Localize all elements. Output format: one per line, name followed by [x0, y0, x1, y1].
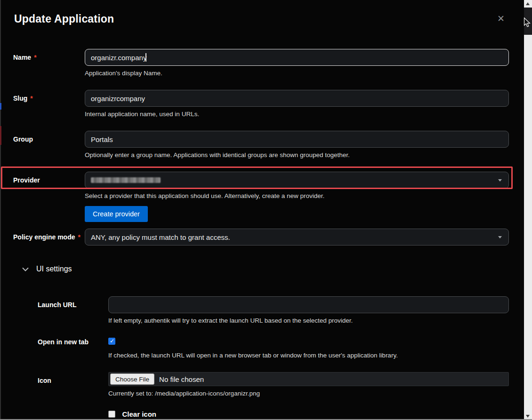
chevron-down-icon: [498, 236, 502, 238]
modal-title: Update Application: [14, 11, 524, 26]
icon-file-input[interactable]: Choose File No file chosen: [108, 372, 509, 386]
open-in-new-tab-label: Open in new tab: [38, 338, 89, 346]
slug-field-row: Slug* Internal application name, used in…: [1, 90, 524, 119]
provider-help-text: Select a provider that this application …: [85, 192, 509, 200]
policy-required-asterisk: *: [78, 233, 80, 241]
provider-field-row: Provider Select a provider that this app…: [1, 172, 524, 222]
ui-settings-label: UI settings: [36, 265, 72, 273]
choose-file-button[interactable]: Choose File: [110, 373, 154, 385]
launch-url-input[interactable]: [108, 296, 509, 313]
group-field-row: Group Optionally enter a group name. App…: [1, 131, 524, 159]
clear-icon-row: Clear icon: [1, 410, 524, 420]
group-help-text: Optionally enter a group name. Applicati…: [85, 151, 509, 159]
text-cursor: [145, 53, 146, 62]
icon-label: Icon: [38, 377, 51, 384]
chevron-down-icon: [498, 179, 502, 182]
page-edge-artifact-red: [0, 126, 1, 145]
open-in-new-tab-row: Open in new tab If checked, the launch U…: [1, 337, 524, 360]
name-label: Name: [13, 54, 31, 61]
file-status-text: No file chosen: [159, 375, 204, 383]
ui-settings-toggle[interactable]: UI settings: [1, 264, 524, 274]
launch-url-field-row: Launch URL If left empty, authentik will…: [1, 296, 524, 325]
slug-input[interactable]: [85, 90, 509, 107]
update-application-modal: Update Application ✕ Name* Application's…: [0, 0, 524, 420]
provider-select[interactable]: [85, 172, 509, 189]
icon-help-text: Currently set to: /media/application-ico…: [108, 389, 509, 398]
launch-url-label: Launch URL: [38, 301, 76, 309]
open-in-new-tab-help-text: If checked, the launch URL will open in …: [108, 351, 509, 360]
slug-help-text: Internal application name, used in URLs.: [85, 110, 509, 119]
name-field-row: Name* Application's display Name.: [1, 49, 524, 78]
name-help-text: Application's display Name.: [85, 69, 509, 78]
page-edge-artifact-blue: [0, 103, 1, 110]
policy-engine-mode-label: Policy engine mode: [13, 233, 75, 241]
policy-engine-mode-selected-value: ANY, any policy must match to grant acce…: [91, 233, 230, 241]
slug-required-asterisk: *: [30, 95, 32, 102]
policy-engine-mode-select[interactable]: ANY, any policy must match to grant acce…: [85, 229, 509, 246]
launch-url-help-text: If left empty, authentik will try to ext…: [108, 317, 509, 325]
slug-label: Slug: [13, 95, 27, 102]
close-icon: ✕: [497, 14, 505, 24]
vertical-scrollbar[interactable]: [524, 0, 532, 420]
scrollbar-up-arrow-icon[interactable]: [526, 2, 530, 5]
chevron-down-icon: [22, 267, 29, 271]
provider-selected-value-redacted: [91, 177, 161, 183]
clear-icon-label: Clear icon: [122, 410, 156, 418]
group-label: Group: [13, 135, 33, 143]
group-input[interactable]: [85, 131, 509, 148]
icon-field-row: Icon Choose File No file chosen Currentl…: [1, 372, 524, 398]
name-required-asterisk: *: [34, 54, 36, 61]
open-in-new-tab-checkbox[interactable]: [108, 338, 115, 345]
clear-icon-checkbox[interactable]: [108, 411, 115, 418]
name-input[interactable]: [85, 49, 509, 66]
mouse-cursor-icon: [524, 17, 531, 28]
close-button[interactable]: ✕: [497, 14, 505, 23]
create-provider-button[interactable]: Create provider: [85, 206, 148, 222]
provider-label: Provider: [13, 176, 40, 184]
policy-engine-mode-row: Policy engine mode* ANY, any policy must…: [1, 229, 524, 246]
scrollbar-down-arrow-icon[interactable]: [526, 415, 530, 418]
modal-header: Update Application ✕: [1, 0, 524, 26]
